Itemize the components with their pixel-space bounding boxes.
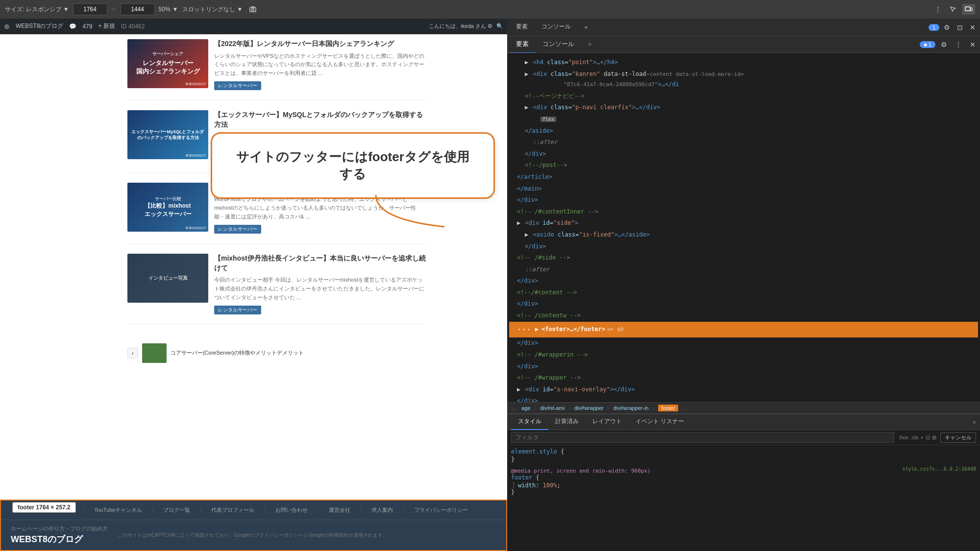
- small-article-title: コアサーバー(CoreServer)の特徴やメリットデメリット: [171, 349, 304, 357]
- tab-element-panel[interactable]: 要素: [509, 36, 536, 53]
- expand-arrow-icon[interactable]: ▶: [535, 324, 539, 335]
- expand-arrow-icon[interactable]: ▶: [517, 386, 520, 393]
- capture-screenshot-button[interactable]: [246, 4, 259, 15]
- tree-node[interactable]: ▶ <h4 class="point">…</h4>: [509, 57, 978, 69]
- tree-node[interactable]: ▶ <aside class="is-fixed">…</aside>: [509, 229, 978, 241]
- devtools-subtabs: 要素 コンソール » ■ 1 ⚙ ⋮ ✕: [507, 36, 980, 53]
- filter-cls-button[interactable]: .cls: [910, 434, 919, 441]
- breadcrumb-sep: ›: [535, 405, 537, 411]
- breadcrumb-item-age[interactable]: age: [521, 405, 530, 411]
- devtools-more-button[interactable]: ⋮: [953, 39, 964, 50]
- breadcrumb-item-footer[interactable]: footer: [658, 405, 678, 411]
- tree-node[interactable]: </div>: [509, 337, 978, 349]
- zoom-label: 50%: [159, 6, 171, 13]
- tab-network[interactable]: »: [578, 19, 594, 36]
- tree-node[interactable]: ▶ <div id="s-navi-overlay"></div>: [509, 384, 978, 396]
- footer-nav-item[interactable]: YouTubeチャンネル: [94, 506, 142, 514]
- expand-arrow-icon[interactable]: ▶: [525, 59, 528, 66]
- footer-nav-item[interactable]: 運営会社: [329, 506, 350, 514]
- html-tree: ▶ <h4 class="point">…</h4> ▶ <div class=…: [507, 53, 980, 402]
- prev-page-button[interactable]: ‹: [127, 348, 138, 359]
- footer-logo[interactable]: WEBST8のブログ: [11, 533, 108, 545]
- expand-arrow-icon[interactable]: ▶: [517, 219, 520, 226]
- filter-hov-button[interactable]: :hov: [898, 434, 908, 441]
- close-devtools-button[interactable]: ✕: [967, 22, 978, 33]
- media-rule: @media print, screen and (min-width: 960…: [511, 468, 976, 496]
- cancel-button[interactable]: キャンセル: [940, 432, 976, 443]
- site-name[interactable]: WEBST8のブログ: [16, 22, 63, 30]
- tree-pseudo: ::after: [509, 264, 978, 276]
- rule-value-width: 100%: [543, 482, 557, 489]
- viewport-width-input[interactable]: 1764: [73, 3, 107, 15]
- chevron-down-icon: ▼: [63, 6, 69, 13]
- styles-filter-input[interactable]: [511, 432, 894, 443]
- footer-tag-label: footer 1764 × 257.2: [18, 504, 71, 511]
- devtools-badge: 1: [929, 24, 939, 31]
- breadcrumb-sep: ›: [608, 405, 610, 411]
- more-options-button[interactable]: ⋮: [932, 4, 944, 15]
- tab-styles[interactable]: スタイル: [511, 414, 548, 430]
- tree-node[interactable]: ▶ <div class="kanren" data-st-load-conte…: [509, 69, 978, 91]
- three-dot-menu[interactable]: ···: [517, 323, 531, 337]
- grid-icon[interactable]: ⊞: [932, 434, 936, 441]
- tab-event-listeners[interactable]: イベント リスナー: [629, 414, 691, 430]
- tree-node[interactable]: </main>: [509, 183, 978, 195]
- article-tag: レンタルサーバー: [214, 225, 261, 234]
- tab-computed[interactable]: 計算済み: [548, 414, 586, 430]
- zoom-selector[interactable]: 50% ▼: [159, 6, 178, 13]
- breadcrumb-item-wrapper-in[interactable]: div#wrapper-in: [613, 405, 649, 411]
- footer-nav-item[interactable]: お問い合わせ: [275, 506, 308, 514]
- dock-button[interactable]: ⊡: [955, 22, 965, 33]
- tree-node[interactable]: </aside>: [509, 125, 978, 137]
- tab-layout[interactable]: レイアウト: [586, 414, 629, 430]
- breadcrumb-item-st-ami[interactable]: div#st-ami: [540, 405, 564, 411]
- footer-nav-item[interactable]: 求人案内: [371, 506, 393, 514]
- viewport-height-input[interactable]: 1444: [121, 3, 155, 15]
- tree-node[interactable]: ▶ <div id="side">: [509, 217, 978, 229]
- footer-rule-selector: footer {: [511, 474, 976, 481]
- throttle-selector[interactable]: スロットリングなし ▼: [182, 5, 243, 14]
- breadcrumb-more-end: ...: [681, 405, 686, 411]
- footer-nav-sep: ｜: [150, 506, 155, 514]
- copy-button[interactable]: ⊡: [926, 434, 930, 441]
- footer-nav-sep: ｜: [198, 506, 203, 514]
- footer-nav-item[interactable]: ブログ一覧: [163, 506, 190, 514]
- tree-node[interactable]: </div>: [509, 148, 978, 160]
- article-excerpt: 今回のインタビュー相手 今回は、レンタルサーバーmixhostを運営しているアズ…: [214, 276, 426, 302]
- footer-nav-item[interactable]: 代表プロフィール: [211, 506, 254, 514]
- tab-elements[interactable]: 要素: [509, 19, 535, 36]
- expand-arrow-icon[interactable]: ▶: [525, 231, 528, 238]
- expand-arrow-icon[interactable]: ▶: [525, 71, 528, 77]
- devtools-close-button[interactable]: ✕: [967, 39, 978, 50]
- responsive-mode-button[interactable]: [962, 4, 975, 15]
- tree-node[interactable]: </div>: [509, 395, 978, 402]
- tree-node[interactable]: </div>: [509, 241, 978, 253]
- breadcrumb-item-wrapper[interactable]: div#wrapper: [574, 405, 604, 411]
- tab-more[interactable]: »: [581, 36, 598, 53]
- search-icon[interactable]: 🔍: [496, 23, 503, 29]
- add-rule-button[interactable]: +: [921, 434, 924, 441]
- expand-arrow-icon[interactable]: ▶: [525, 104, 528, 111]
- tree-node-footer[interactable]: ··· ▶ <footer>…</footer> == $0: [509, 322, 978, 338]
- tab-console-panel[interactable]: コンソール: [536, 36, 581, 53]
- tree-node[interactable]: </article>: [509, 171, 978, 183]
- devtools-tab-right: 1 ⚙ ⊡ ✕: [929, 22, 978, 33]
- post-id-label: ID 40462: [121, 23, 145, 30]
- rule-source-link[interactable]: style.css?v...6.0.2:16448: [902, 466, 976, 472]
- responsive-selector[interactable]: サイズ: レスポンシブ ▼: [5, 5, 69, 14]
- footer-nav-item[interactable]: プライバシーポリシー: [414, 506, 468, 514]
- settings-button[interactable]: ⚙: [941, 22, 953, 33]
- tree-node[interactable]: </div>: [509, 361, 978, 373]
- tree-node[interactable]: </div>: [509, 298, 978, 310]
- tree-node[interactable]: </div>: [509, 275, 978, 287]
- tree-node[interactable]: ▶ <div class="p-navi clearfix">…</div>: [509, 102, 978, 114]
- new-post-button[interactable]: + 新規: [98, 22, 115, 30]
- footer-nav-sep: ｜: [358, 506, 364, 514]
- tree-node[interactable]: </div>: [509, 194, 978, 206]
- styles-more[interactable]: »: [973, 419, 976, 426]
- devtools-settings-button[interactable]: ⚙: [938, 39, 950, 50]
- tab-console[interactable]: コンソール: [535, 19, 578, 36]
- error-badge: ■ 1: [920, 41, 935, 48]
- inspect-button[interactable]: [947, 4, 959, 15]
- small-article-thumbnail: [142, 343, 167, 363]
